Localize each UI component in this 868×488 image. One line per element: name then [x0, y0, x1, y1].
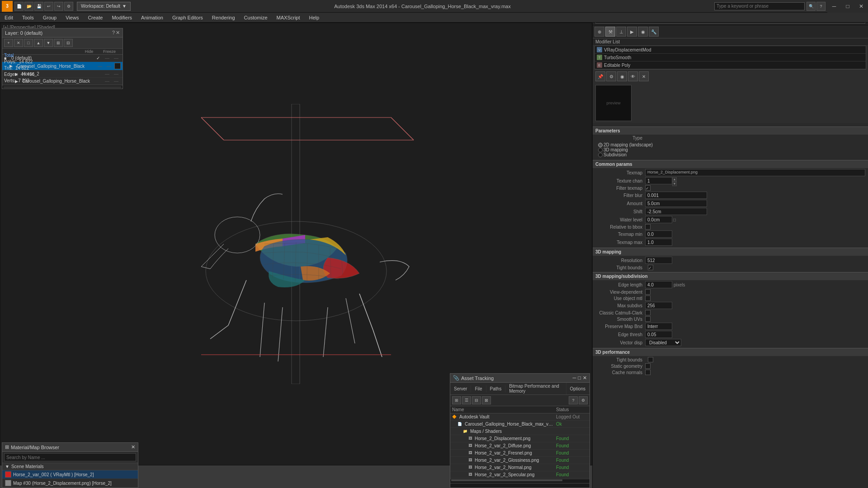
at-menu-file[interactable]: File — [471, 385, 486, 392]
vector-disp-select[interactable]: Disabled — [645, 339, 681, 346]
mat-search-input[interactable] — [4, 453, 136, 461]
modifier-item-turbo[interactable]: T TurboSmooth — [595, 54, 866, 61]
close-button[interactable]: ✕ — [854, 0, 868, 13]
render-setup-btn[interactable]: ⚙ — [64, 2, 73, 11]
at-btn-1[interactable]: ⊞ — [452, 396, 461, 404]
menu-create[interactable]: Create — [83, 14, 107, 21]
at-row-specular[interactable]: 🖼 Horse_2_var_2_Specular.png Found — [450, 471, 590, 479]
menu-maxscript[interactable]: MAXScript — [272, 14, 305, 21]
tight-bounds-checkbox[interactable] — [648, 357, 653, 362]
layers-scrollbar[interactable] — [2, 85, 123, 89]
at-minimize-btn[interactable]: ─ — [573, 375, 576, 381]
at-row-maxfile[interactable]: 📄 Carousel_Galloping_Horse_Black_max_vra… — [450, 421, 590, 428]
preserve-map-input[interactable] — [645, 323, 672, 330]
mod-show-icon[interactable]: 👁 — [628, 71, 638, 81]
texture-chan-up[interactable]: ▲ — [672, 177, 677, 182]
filter-blur-input[interactable] — [645, 192, 707, 199]
menu-help[interactable]: Help — [305, 14, 324, 21]
pin-stack-icon[interactable]: 📌 — [595, 71, 605, 81]
at-help-btn[interactable]: ? — [569, 396, 578, 404]
radio-3d-mapping[interactable]: 3D mapping — [598, 147, 863, 152]
keyword-search-input[interactable] — [714, 2, 805, 10]
static-geo-checkbox[interactable] — [645, 363, 651, 369]
layers-delete-btn[interactable]: ✕ — [14, 39, 23, 47]
menu-edit[interactable]: Edit — [0, 14, 18, 21]
menu-tools[interactable]: Tools — [18, 14, 38, 21]
menu-graph-editors[interactable]: Graph Editors — [168, 14, 208, 21]
edge-thresh-input[interactable] — [645, 331, 672, 338]
mod-active-icon[interactable]: ◉ — [617, 71, 627, 81]
undo-btn[interactable]: ↩ — [44, 2, 53, 11]
at-btn-2[interactable]: ☰ — [462, 396, 471, 404]
radio-subdivision[interactable]: Subdivision — [598, 152, 863, 157]
texture-chan-input[interactable] — [645, 177, 672, 184]
at-settings-btn[interactable]: ⚙ — [579, 396, 588, 404]
at-row-glossiness[interactable]: 🖼 Horse_2_var_2_Glossiness.png Found — [450, 457, 590, 464]
max-subdivs-input[interactable] — [645, 302, 672, 309]
relative-bbox-checkbox[interactable] — [645, 224, 651, 230]
at-btn-4[interactable]: ⊠ — [482, 396, 491, 404]
smooth-uvs-checkbox[interactable] — [645, 316, 651, 322]
create-tab-icon[interactable]: ⊕ — [594, 27, 604, 37]
at-menu-paths[interactable]: Paths — [486, 385, 506, 392]
at-menu-server[interactable]: Server — [450, 385, 471, 392]
mat-item-horse-var002[interactable]: Horse_2_var_002 ( VRayMtl ) [Horse_2] — [2, 470, 138, 479]
mat-item-displacement[interactable]: Map #30 (Horse_2_Displacement.png) [Hors… — [2, 479, 138, 488]
at-restore-btn[interactable]: □ — [578, 375, 581, 381]
shift-input[interactable] — [645, 208, 707, 215]
help-icon[interactable]: ? — [816, 2, 826, 11]
menu-customize[interactable]: Customize — [240, 14, 272, 21]
layers-down-btn[interactable]: ▼ — [44, 39, 53, 47]
at-row-displacement[interactable]: 🖼 Horse_2_Displacement.png Found — [450, 435, 590, 442]
at-row-diffuse[interactable]: 🖼 Horse_2_var_2_Diffuse.png Found — [450, 442, 590, 450]
layers-close-btn[interactable]: ✕ — [116, 30, 120, 36]
layers-up-btn[interactable]: ▲ — [34, 39, 43, 47]
mod-delete-icon[interactable]: ✕ — [639, 71, 649, 81]
texmap-max-input[interactable] — [645, 239, 672, 246]
mat-browser-close-btn[interactable]: ✕ — [131, 444, 135, 450]
menu-animation[interactable]: Animation — [137, 14, 168, 21]
new-btn[interactable]: 📄 — [14, 2, 24, 11]
filter-texmap-checkbox[interactable] — [645, 185, 651, 191]
layers-add-btn[interactable]: + — [4, 39, 13, 47]
menu-modifiers[interactable]: Modifiers — [107, 14, 137, 21]
layers-new-btn[interactable]: □ — [24, 39, 33, 47]
at-close-btn[interactable]: ✕ — [583, 375, 587, 381]
mod-config-icon[interactable]: ⚙ — [606, 71, 616, 81]
use-object-mtl-checkbox[interactable] — [645, 296, 651, 301]
at-menu-bitmap-perf[interactable]: Bitmap Performance and Memory — [505, 383, 566, 394]
layers-question-btn[interactable]: ? — [112, 30, 115, 36]
workspace-dropdown[interactable]: Workspace: Default ▼ — [77, 2, 131, 11]
edge-length-input[interactable] — [645, 281, 672, 288]
hierarchy-tab-icon[interactable]: ⊥ — [616, 27, 626, 37]
water-level-input[interactable] — [645, 216, 672, 223]
texmap-value[interactable]: Horse_2_Displacement.png — [645, 169, 865, 176]
amount-input[interactable] — [645, 200, 707, 207]
utilities-tab-icon[interactable]: 🔧 — [649, 27, 659, 37]
radio-2d-mapping[interactable]: 2D mapping (landscape) — [598, 142, 863, 147]
at-btn-3[interactable]: ⊟ — [472, 396, 481, 404]
classic-catmull-checkbox[interactable] — [645, 310, 651, 315]
at-row-normal[interactable]: 🖼 Horse_2_var_2_Normal.png Found — [450, 464, 590, 471]
at-row-maps-shaders[interactable]: 📁 Maps / Shaders — [450, 428, 590, 435]
menu-rendering[interactable]: Rendering — [208, 14, 240, 21]
at-menu-options[interactable]: Options — [566, 385, 590, 392]
at-scrollbar[interactable] — [450, 479, 590, 483]
modifier-item-vray[interactable]: V VRayDisplacementMod — [595, 46, 866, 54]
texmap-min-input[interactable] — [645, 230, 672, 238]
texture-chan-down[interactable]: ▼ — [672, 182, 677, 186]
layers-collapse-btn[interactable]: ⊟ — [64, 39, 73, 47]
motion-tab-icon[interactable]: ▶ — [627, 27, 637, 37]
modify-tab-icon[interactable]: ⚒ — [605, 27, 615, 37]
at-row-autodesk-vault[interactable]: 🔶 Autodesk Vault Logged Out — [450, 413, 590, 421]
layers-expand-btn[interactable]: ⊞ — [54, 39, 63, 47]
cache-normals-checkbox[interactable] — [645, 370, 651, 375]
redo-btn[interactable]: ↪ — [54, 2, 63, 11]
menu-views[interactable]: Views — [61, 14, 83, 21]
save-btn[interactable]: 💾 — [34, 2, 43, 11]
minimize-button[interactable]: ─ — [827, 0, 841, 13]
restore-button[interactable]: □ — [841, 0, 854, 13]
modifier-item-epoly[interactable]: E Editable Poly — [595, 61, 866, 69]
at-row-fresnel[interactable]: 🖼 Horse_2_var_2_Fresnel.png Found — [450, 450, 590, 457]
search-icon[interactable]: 🔍 — [807, 2, 816, 11]
